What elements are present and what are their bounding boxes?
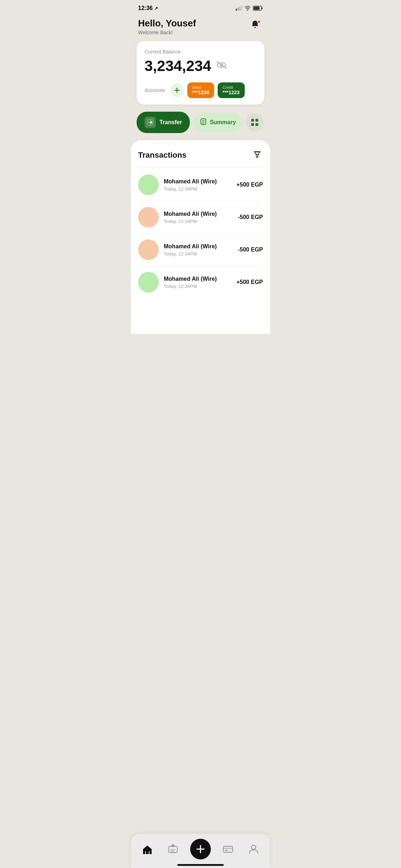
balance-amount-row: 3,234,234 <box>144 57 257 75</box>
svg-rect-6 <box>262 7 263 9</box>
transactions-divider <box>138 167 263 167</box>
transaction-item[interactable]: Mohamed Ali (Wire) Today, 12:34PM +500 E… <box>138 266 263 298</box>
wifi-icon <box>244 6 251 11</box>
filter-button[interactable] <box>252 149 263 161</box>
transfer-label: Transfer <box>159 119 182 126</box>
greeting-section: Hello, Yousef Welcome Back! <box>138 18 196 35</box>
page-header: Hello, Yousef Welcome Back! <box>131 14 270 41</box>
transaction-item[interactable]: Mohamed Ali (Wire) Today, 12:34PM -500 E… <box>138 201 263 234</box>
transaction-time: Today, 12:34PM <box>164 186 232 192</box>
action-buttons: Transfer Summary <box>131 112 270 140</box>
add-account-button[interactable] <box>170 83 184 97</box>
debit-number: ***1234 <box>192 90 209 95</box>
transaction-name: Mohamed Ali (Wire) <box>164 276 232 282</box>
location-icon: ↗ <box>154 6 158 11</box>
svg-rect-0 <box>236 9 237 11</box>
balance-amount: 3,234,234 <box>144 57 211 75</box>
greeting-sub: Welcome Back! <box>138 30 196 35</box>
accounts-row: Accounts Debit ***1234 Credit ***1223 <box>144 82 257 98</box>
battery-icon <box>253 6 263 11</box>
grid-button[interactable] <box>246 113 264 131</box>
transaction-amount: +500 EGP <box>237 182 263 188</box>
credit-account-chip[interactable]: Credit ***1223 <box>218 82 245 98</box>
transaction-info: Mohamed Ali (Wire) Today, 12:34PM <box>164 276 232 289</box>
transaction-item[interactable]: Mohamed Ali (Wire) Today, 12:34PM +500 E… <box>138 169 263 201</box>
svg-rect-3 <box>241 6 242 11</box>
transaction-avatar <box>138 174 159 195</box>
transaction-avatar <box>138 239 159 260</box>
transfer-button[interactable]: Transfer <box>137 112 190 133</box>
credit-number: ***1223 <box>223 90 240 95</box>
summary-icon <box>200 118 207 127</box>
signal-icon <box>236 6 242 11</box>
notification-badge <box>257 20 261 24</box>
transaction-info: Mohamed Ali (Wire) Today, 12:34PM <box>164 211 233 224</box>
greeting-name: Hello, Yousef <box>138 18 196 29</box>
filter-icon <box>253 150 262 159</box>
status-time: 12:36 ↗ <box>138 5 158 11</box>
transaction-avatar <box>138 272 159 293</box>
debit-account-chip[interactable]: Debit ***1234 <box>187 82 214 98</box>
transactions-header: Transactions <box>138 149 263 161</box>
transaction-amount: +500 EGP <box>237 279 263 285</box>
balance-label: Current Balance <box>144 49 257 55</box>
transactions-title: Transactions <box>138 151 187 160</box>
svg-rect-5 <box>254 7 260 10</box>
transactions-list: Mohamed Ali (Wire) Today, 12:34PM +500 E… <box>138 169 263 298</box>
debit-label: Debit <box>192 85 202 90</box>
time-display: 12:36 <box>138 5 153 11</box>
balance-card: Current Balance 3,234,234 Accounts Debit… <box>137 41 264 105</box>
transaction-item[interactable]: Mohamed Ali (Wire) Today, 12:34PM -500 E… <box>138 234 263 266</box>
transaction-info: Mohamed Ali (Wire) Today, 12:34PM <box>164 243 233 257</box>
hide-balance-icon[interactable] <box>216 61 227 71</box>
grid-icon <box>251 119 258 126</box>
notification-bell[interactable] <box>247 18 263 34</box>
svg-rect-1 <box>238 7 239 11</box>
summary-button[interactable]: Summary <box>193 113 242 132</box>
credit-label: Credit <box>223 85 233 90</box>
transaction-time: Today, 12:34PM <box>164 284 232 289</box>
transactions-section: Transactions Mohamed Ali (Wire) Today, 1… <box>131 140 270 334</box>
transaction-amount: -500 EGP <box>238 214 263 220</box>
transaction-time: Today, 12:34PM <box>164 219 233 224</box>
transaction-amount: -500 EGP <box>238 247 263 253</box>
transaction-time: Today, 12:34PM <box>164 251 233 257</box>
accounts-label: Accounts <box>144 87 165 93</box>
transaction-name: Mohamed Ali (Wire) <box>164 211 233 217</box>
transaction-info: Mohamed Ali (Wire) Today, 12:34PM <box>164 178 232 192</box>
status-bar: 12:36 ↗ <box>131 0 270 14</box>
status-icons <box>236 6 263 11</box>
summary-label: Summary <box>210 119 236 126</box>
transaction-name: Mohamed Ali (Wire) <box>164 243 233 250</box>
transfer-icon <box>144 117 156 128</box>
transaction-avatar <box>138 207 159 228</box>
transaction-name: Mohamed Ali (Wire) <box>164 178 232 185</box>
svg-rect-2 <box>239 6 240 11</box>
